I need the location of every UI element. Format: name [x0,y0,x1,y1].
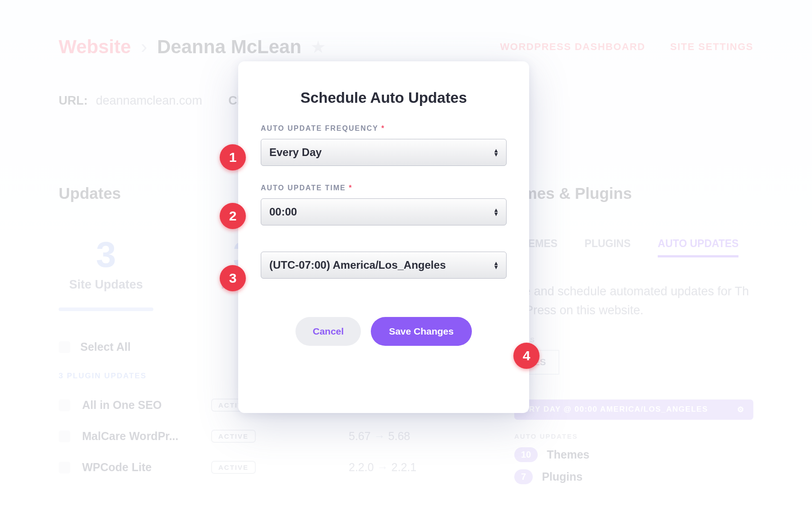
auto-updates-desc: ble and schedule automated updates for T… [514,282,753,320]
auto-updates-label: ATES [514,336,753,344]
plugin-row[interactable]: WPCode Lite ACTIVE 2.2.0 → 2.2.1 [59,461,487,474]
frequency-label: AUTO UPDATE FREQUENCY * [261,124,507,133]
time-select[interactable]: 00:00 ▲▼ [261,198,507,225]
chevron-updown-icon: ▲▼ [493,148,499,156]
chevron-updown-icon: ▲▼ [493,208,499,216]
url-value: deannamclean.com [96,94,202,108]
save-changes-button[interactable]: Save Changes [371,317,472,346]
breadcrumb-root[interactable]: Website [59,36,131,58]
plugin-version: 2.2.0 → 2.2.1 [349,461,416,474]
site-updates-label: Site Updates [59,278,153,292]
annotation-badge-3: 3 [220,265,246,291]
cancel-button[interactable]: Cancel [295,317,361,346]
select-all-label: Select All [80,340,131,353]
site-updates-count: 3 [59,234,153,275]
schedule-auto-updates-modal: Schedule Auto Updates AUTO UPDATE FREQUE… [238,61,529,413]
star-icon[interactable]: ★ [311,38,325,56]
select-all-checkbox[interactable] [59,341,70,353]
plugin-checkbox[interactable] [59,462,70,473]
plugin-name: MalCare WordPr... [82,430,199,443]
tab-auto-updates[interactable]: AUTO UPDATES [658,238,738,257]
chevron-right-icon: › [141,36,147,58]
gear-icon[interactable]: ⚙ [737,405,745,414]
schedule-pill[interactable]: ERY DAY @ 00:00 AMERICA/LOS_ANGELES ⚙ [514,399,753,420]
plugin-name: WPCode Lite [82,461,199,474]
plugins-count-badge: 7 [514,469,533,484]
plugin-version: 5.67 → 5.68 [349,430,410,443]
auto-updates-counts-label: AUTO UPDATES [514,432,753,440]
chevron-updown-icon: ▲▼ [493,261,499,269]
breadcrumb-site: Deanna McLean [157,36,301,58]
plugin-checkbox[interactable] [59,431,70,442]
plugins-count-label: Plugins [542,470,582,483]
tab-underline [59,307,153,311]
themes-count-label: Themes [547,448,589,461]
frequency-select[interactable]: Every Day ▲▼ [261,139,507,166]
modal-title: Schedule Auto Updates [261,89,507,106]
url-label: URL: [59,94,88,108]
site-settings-link[interactable]: SITE SETTINGS [670,41,753,53]
time-label: AUTO UPDATE TIME * [261,184,507,192]
status-badge: ACTIVE [211,430,256,443]
tab-plugins[interactable]: PLUGINS [585,238,631,257]
themes-plugins-title: emes & Plugins [514,184,753,202]
timezone-select[interactable]: (UTC-07:00) America/Los_Angeles ▲▼ [261,252,507,279]
annotation-badge-1: 1 [220,144,246,170]
breadcrumb: Website › Deanna McLean ★ [59,36,325,58]
wordpress-dashboard-link[interactable]: WORDPRESS DASHBOARD [500,41,646,53]
plugin-row[interactable]: MalCare WordPr... ACTIVE 5.67 → 5.68 [59,430,487,443]
annotation-badge-4: 4 [513,343,540,369]
plugin-checkbox[interactable] [59,399,70,411]
annotation-badge-2: 2 [220,203,246,229]
plugin-name: All in One SEO [82,399,199,412]
themes-count-badge: 10 [514,447,538,462]
status-badge: ACTIVE [211,461,256,474]
